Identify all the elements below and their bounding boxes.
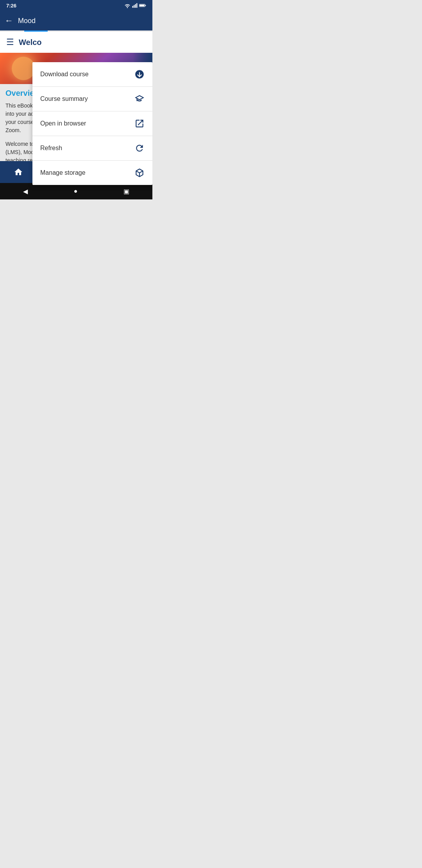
android-back[interactable]: ◀ — [23, 188, 28, 195]
menu-item-refresh[interactable]: Refresh — [32, 136, 152, 161]
status-bar: 7:26 — [0, 0, 152, 11]
graduation-icon — [134, 94, 145, 104]
content-title-text: Welco — [19, 38, 42, 47]
menu-label-course-summary: Course summary — [40, 95, 88, 102]
menu-label-manage-storage: Manage storage — [40, 169, 86, 176]
wifi-icon — [124, 3, 131, 8]
svg-rect-6 — [139, 5, 145, 7]
cube-icon — [134, 168, 145, 178]
menu-label-download-course: Download course — [40, 71, 89, 78]
external-link-icon — [134, 118, 145, 129]
menu-item-manage-storage[interactable]: Manage storage — [32, 161, 152, 185]
dropdown-menu: Download course Course summary Open in b… — [32, 62, 152, 185]
hamburger-icon[interactable]: ☰ — [6, 37, 14, 47]
home-icon — [14, 167, 23, 177]
menu-label-refresh: Refresh — [40, 145, 62, 152]
menu-item-download-course[interactable]: Download course — [32, 62, 152, 87]
status-icons — [124, 3, 146, 8]
menu-item-course-summary[interactable]: Course summary — [32, 87, 152, 111]
download-icon — [134, 69, 145, 79]
toolbar-title: Mood — [18, 17, 36, 25]
svg-rect-3 — [136, 3, 137, 8]
time: 7:26 — [6, 3, 16, 9]
nav-home[interactable] — [4, 167, 33, 177]
battery-icon — [139, 3, 146, 8]
svg-rect-5 — [145, 5, 146, 6]
menu-item-open-browser[interactable]: Open in browser — [32, 111, 152, 136]
svg-rect-1 — [134, 5, 134, 8]
svg-rect-0 — [132, 6, 133, 8]
svg-rect-2 — [135, 4, 136, 8]
menu-label-open-browser: Open in browser — [40, 120, 86, 127]
android-recents[interactable]: ▣ — [123, 188, 129, 195]
android-home[interactable]: ● — [74, 188, 78, 195]
signal-icon — [132, 3, 138, 8]
main-content: ☰ Welco Overview This eBook explains wha… — [0, 32, 152, 199]
refresh-icon — [134, 143, 145, 153]
content-header: ☰ Welco — [0, 32, 152, 53]
android-nav-bar: ◀ ● ▣ — [0, 183, 152, 199]
back-button[interactable]: ← — [5, 16, 13, 26]
app-toolbar: ← Mood — [0, 11, 152, 30]
